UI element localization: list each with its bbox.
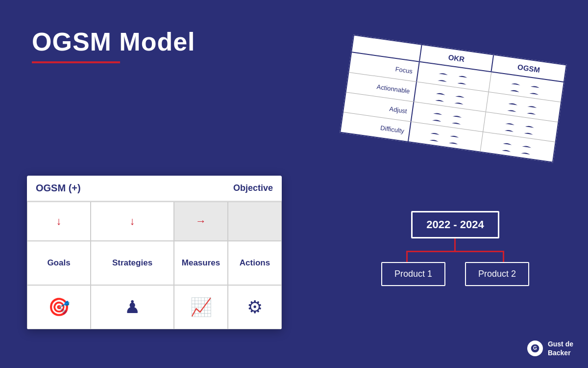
cell-measures-icon: 📈 (174, 285, 228, 329)
ogsm-table-header-title: OGSM (+) (36, 183, 204, 194)
ogsm-table: OGSM (+) Objective ↓ ↓ → Goals Strategie… (27, 176, 282, 329)
arrow-right-measures: → (196, 215, 206, 228)
squiggle-group-2 (510, 79, 543, 95)
arrow-measures: → (174, 202, 228, 241)
svg-text:G: G (533, 345, 537, 351)
brand-logo: G (527, 341, 543, 356)
cell-measures-label: Measures (174, 241, 228, 285)
hierarchy-branch-left (406, 252, 408, 262)
title-underline (32, 61, 120, 63)
arrow-down-goals: ↓ (56, 215, 62, 228)
ogsm-table-header-objective: Objective (233, 183, 273, 193)
cell-goals-icon: 🎯 (27, 285, 91, 329)
target-icon: 🎯 (48, 297, 70, 317)
hierarchy-diagram: 2022 - 2024 Product 1 Product 2 (381, 211, 529, 286)
ogsm-table-header: OGSM (+) Objective (27, 176, 282, 202)
gear-icon: ⚙ (247, 297, 263, 317)
cell-top-actions (228, 202, 282, 241)
hierarchy-top-box: 2022 - 2024 (411, 211, 499, 238)
hierarchy-branch-right (503, 252, 504, 262)
cell-goals-label: Goals (27, 241, 91, 285)
arrow-goals: ↓ (27, 202, 91, 241)
chess-icon: ♟ (124, 297, 140, 317)
arrow-strategies: ↓ (91, 202, 174, 241)
product-boxes: Product 1 Product 2 (381, 262, 529, 286)
page-title: OGSM Model (32, 27, 196, 56)
cell-actions-icon: ⚙ (228, 285, 282, 329)
product-1-box: Product 1 (381, 262, 445, 286)
squiggle-group (438, 69, 471, 85)
cell-strategies-label: Strategies (91, 241, 174, 285)
hierarchy-connector (406, 238, 504, 262)
branding: G Gust de Backer (527, 340, 573, 357)
chart-icon: 📈 (190, 297, 212, 317)
hierarchy-v-line-top (454, 238, 456, 251)
hierarchy-branch-lines (406, 252, 504, 262)
ogsm-grid: ↓ ↓ → Goals Strategies Measures Actions … (27, 202, 282, 329)
cell-strategies-icon: ♟ (91, 285, 174, 329)
arrow-down-strategies: ↓ (130, 215, 135, 228)
product-2-box: Product 2 (465, 262, 529, 286)
cell-actions-label: Actions (228, 241, 282, 285)
comparison-table: OKR OGSM Focus Actionnable (340, 34, 567, 162)
brand-name: Gust de Backer (548, 340, 573, 357)
